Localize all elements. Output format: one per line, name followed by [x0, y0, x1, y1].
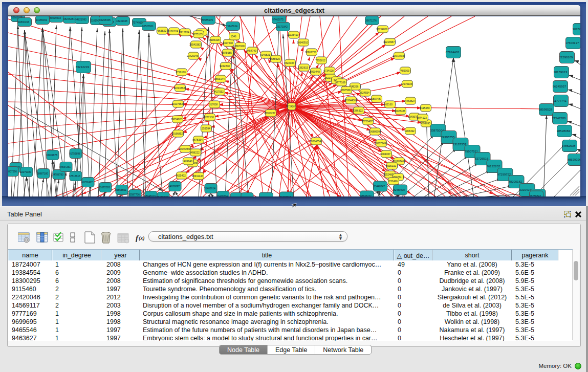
svg-text:19166852: 19166852	[171, 132, 183, 135]
svg-text:23420046: 23420046	[187, 54, 198, 57]
svg-text:90830166: 90830166	[18, 20, 29, 24]
svg-text:1588520: 1588520	[270, 57, 280, 60]
svg-text:33401878: 33401878	[46, 154, 57, 157]
svg-text:14463627: 14463627	[404, 99, 415, 102]
svg-text:94821993: 94821993	[75, 18, 86, 21]
svg-text:12975115: 12975115	[401, 82, 412, 85]
svg-text:3498222: 3498222	[189, 151, 200, 154]
svg-text:10688609: 10688609	[368, 130, 380, 133]
svg-text:9242848: 9242848	[220, 64, 230, 68]
svg-text:01462016: 01462016	[280, 195, 291, 196]
svg-text:17058649: 17058649	[230, 196, 241, 196]
svg-text:19384554: 19384554	[310, 140, 321, 143]
svg-text:1546: 1546	[230, 35, 236, 38]
svg-text:68599528: 68599528	[539, 108, 553, 111]
svg-text:58887180: 58887180	[37, 172, 48, 175]
svg-text:71147104: 71147104	[226, 25, 237, 28]
svg-text:08838737: 08838737	[360, 194, 372, 196]
svg-text:3624554: 3624554	[359, 91, 369, 94]
svg-text:97299752: 97299752	[497, 173, 511, 176]
svg-text:18724007: 18724007	[286, 105, 296, 108]
svg-text:13137353: 13137353	[453, 143, 467, 146]
svg-text:82450400: 82450400	[394, 188, 405, 191]
svg-text:9084067: 9084067	[380, 152, 390, 156]
svg-text:07924402: 07924402	[446, 51, 460, 54]
svg-text:43231948: 43231948	[116, 19, 127, 23]
svg-text:21590109: 21590109	[559, 56, 573, 59]
svg-text:6897568: 6897568	[340, 89, 351, 92]
svg-text:11777741: 11777741	[553, 99, 567, 102]
svg-text:28807290: 28807290	[8, 170, 17, 173]
svg-text:14852538: 14852538	[562, 144, 576, 147]
svg-text:38528084: 38528084	[557, 129, 571, 133]
svg-text:15300237: 15300237	[264, 112, 275, 115]
svg-text:8912954: 8912954	[179, 31, 189, 34]
svg-text:9115460: 9115460	[420, 106, 429, 110]
svg-text:20364436: 20364436	[344, 99, 356, 102]
svg-text:51402614: 51402614	[204, 187, 215, 190]
svg-text:2803144: 2803144	[214, 77, 225, 80]
svg-text:17603137: 17603137	[565, 41, 579, 45]
svg-text:1353594: 1353594	[200, 127, 210, 130]
svg-text:9699695: 9699695	[420, 122, 430, 125]
svg-text:16911447: 16911447	[192, 174, 203, 178]
svg-text:(x): (x)	[139, 235, 145, 242]
svg-text:62160: 62160	[385, 103, 393, 106]
svg-text:10046786: 10046786	[179, 147, 190, 150]
svg-text:16543382: 16543382	[189, 43, 201, 46]
svg-text:2718170: 2718170	[176, 71, 186, 74]
svg-text:21547280: 21547280	[552, 117, 566, 120]
svg-text:34788783: 34788783	[52, 173, 63, 176]
svg-text:64628897: 64628897	[168, 185, 180, 188]
svg-text:7625402: 7625402	[176, 174, 186, 177]
svg-text:16154808: 16154808	[376, 28, 387, 31]
svg-text:23448347: 23448347	[374, 185, 385, 188]
svg-text:6734028: 6734028	[323, 69, 334, 72]
svg-text:62527601: 62527601	[142, 25, 154, 28]
svg-text:08246281: 08246281	[63, 17, 75, 20]
svg-text:58948113: 58948113	[144, 194, 156, 196]
svg-text:20831240: 20831240	[241, 196, 252, 196]
svg-text:2867608: 2867608	[234, 45, 245, 48]
svg-text:1409948: 1409948	[182, 160, 192, 163]
svg-text:7663822: 7663822	[156, 29, 166, 32]
svg-text:90786666: 90786666	[573, 28, 580, 31]
svg-text:22279180: 22279180	[20, 170, 31, 173]
svg-text:7955812: 7955812	[315, 59, 325, 62]
svg-text:86563551: 86563551	[115, 188, 126, 191]
svg-text:9160124: 9160124	[168, 30, 178, 33]
svg-text:84837261: 84837261	[59, 165, 71, 168]
svg-text:74395755: 74395755	[441, 136, 455, 139]
svg-text:28159013: 28159013	[554, 71, 568, 74]
svg-text:89555979: 89555979	[202, 18, 213, 21]
svg-text:10807487: 10807487	[370, 97, 381, 100]
svg-text:10107553: 10107553	[171, 102, 183, 105]
svg-text:88539336: 88539336	[568, 158, 580, 161]
svg-text:50587706: 50587706	[128, 193, 140, 196]
svg-text:84268465: 84268465	[99, 18, 111, 21]
svg-text:8678334: 8678334	[192, 138, 203, 141]
svg-text:10025438: 10025438	[394, 110, 405, 113]
svg-text:88200182: 88200182	[509, 180, 522, 183]
svg-text:01759898: 01759898	[69, 152, 80, 155]
svg-text:9327508: 9327508	[223, 41, 233, 45]
svg-text:8990448: 8990448	[310, 70, 320, 73]
svg-text:3267130: 3267130	[204, 116, 214, 119]
svg-text:9146821: 9146821	[260, 53, 270, 56]
svg-text:16786843: 16786843	[530, 194, 541, 196]
svg-text:35326502: 35326502	[259, 196, 271, 196]
svg-text:3875685: 3875685	[222, 51, 232, 54]
svg-text:10973493: 10973493	[393, 54, 404, 57]
svg-text:96245957: 96245957	[553, 85, 567, 88]
svg-text:9844123: 9844123	[417, 116, 427, 119]
svg-text:1965492: 1965492	[404, 129, 415, 133]
svg-text:39099603: 39099603	[50, 16, 61, 19]
svg-text:13186091: 13186091	[36, 18, 47, 21]
svg-text:12213967: 12213967	[383, 40, 395, 43]
svg-text:63726516: 63726516	[475, 157, 489, 160]
svg-text:19654923: 19654923	[171, 118, 182, 121]
svg-text:01419314: 01419314	[216, 194, 228, 196]
svg-text:76122202: 76122202	[487, 165, 500, 168]
svg-text:1733426: 1733426	[387, 180, 398, 183]
svg-text:63212233: 63212233	[76, 65, 90, 69]
